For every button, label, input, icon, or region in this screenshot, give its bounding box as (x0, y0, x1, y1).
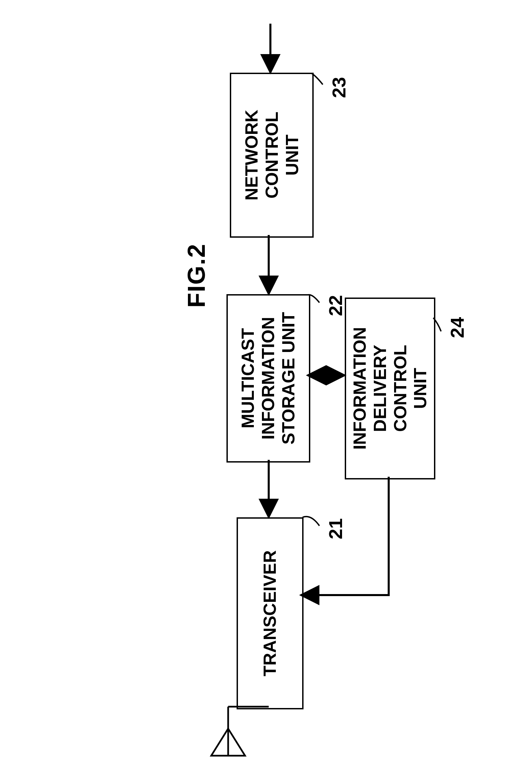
block-network-label: NETWORKCONTROLUNIT (241, 110, 302, 201)
block-delivery: INFORMATIONDELIVERYCONTROLUNIT (345, 298, 435, 479)
ref-storage: 22 (324, 295, 346, 316)
figure-title: FIG.2 (183, 243, 210, 308)
antenna-icon (211, 707, 269, 756)
svg-marker-0 (211, 729, 245, 756)
figure-title-text: FIG.2 (183, 243, 210, 308)
ref-delivery: 24 (446, 317, 468, 338)
block-transceiver: TRANSCEIVER (237, 517, 304, 709)
ref-transceiver: 21 (324, 518, 346, 539)
block-storage-label: MULTICASTINFORMATIONSTORAGE UNIT (238, 312, 298, 445)
diagram-page: FIG.2 TRANSCEIVER 21 MULTICASTINFORMATIO… (0, 0, 532, 778)
block-storage: MULTICASTINFORMATIONSTORAGE UNIT (226, 294, 310, 463)
block-delivery-label: INFORMATIONDELIVERYCONTROLUNIT (349, 327, 430, 450)
block-transceiver-label: TRANSCEIVER (260, 550, 280, 677)
ref-network: 23 (328, 77, 350, 98)
block-network: NETWORKCONTROLUNIT (230, 73, 314, 238)
leader-21 (303, 517, 319, 526)
